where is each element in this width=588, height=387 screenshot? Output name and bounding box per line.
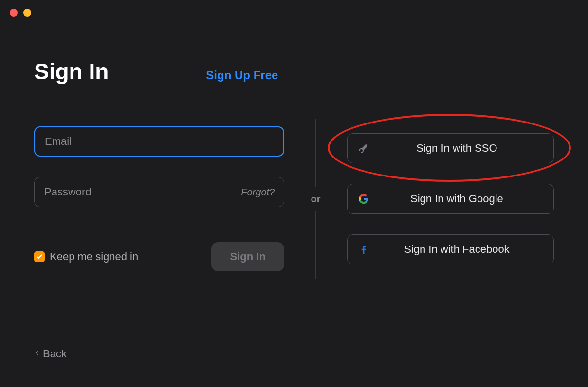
checkbox-checked-icon	[34, 251, 45, 262]
signin-facebook-button[interactable]: Sign In with Facebook	[347, 234, 554, 264]
key-icon	[357, 142, 370, 155]
signin-panel: Sign In Sign Up Free Forgot? Keep me sig…	[0, 0, 588, 387]
signin-google-button[interactable]: Sign In with Google	[347, 184, 554, 214]
chevron-left-icon	[34, 348, 40, 360]
password-field-wrapper: Forgot?	[34, 177, 284, 207]
signin-sso-label: Sign In with SSO	[370, 142, 544, 155]
keep-signed-in-checkbox[interactable]: Keep me signed in	[34, 250, 138, 263]
header-row: Sign In Sign Up Free	[34, 58, 554, 85]
divider-text: or	[311, 187, 321, 211]
back-label: Back	[43, 348, 67, 360]
keep-signed-in-label: Keep me signed in	[50, 250, 138, 263]
columns: Forgot? Keep me signed in Sign In or	[34, 119, 554, 279]
page-title: Sign In	[34, 58, 109, 85]
signin-button[interactable]: Sign In	[211, 242, 284, 271]
facebook-icon	[357, 243, 370, 256]
text-cursor	[44, 133, 44, 149]
column-divider: or	[284, 119, 347, 279]
divider-line-bottom	[315, 211, 316, 280]
google-icon	[357, 193, 370, 205]
credentials-column: Forgot? Keep me signed in Sign In	[34, 126, 284, 271]
signin-facebook-label: Sign In with Facebook	[370, 243, 544, 256]
email-field[interactable]	[34, 126, 284, 157]
signin-bottom-row: Keep me signed in Sign In	[34, 242, 284, 271]
email-field-wrapper	[34, 126, 284, 157]
social-signin-column: Sign In with SSO Sign In with Google	[347, 133, 554, 264]
signup-link[interactable]: Sign Up Free	[206, 69, 278, 82]
signin-sso-button[interactable]: Sign In with SSO	[347, 133, 554, 163]
forgot-password-link[interactable]: Forgot?	[241, 187, 275, 198]
back-link[interactable]: Back	[34, 348, 67, 360]
signin-google-label: Sign In with Google	[370, 193, 544, 205]
divider-line-top	[315, 119, 316, 187]
